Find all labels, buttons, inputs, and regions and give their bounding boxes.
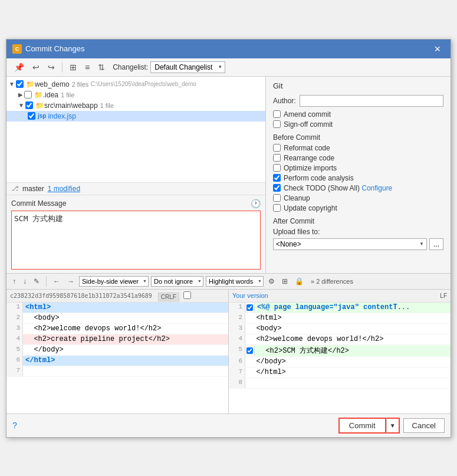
expand-icon-idea: ▶	[18, 91, 23, 98]
commit-dropdown-button[interactable]: ▼	[386, 418, 400, 434]
diff-left-header: c238232d3fd9598587618e1b311072a3541a9689…	[6, 290, 228, 303]
root-checkbox[interactable]	[16, 80, 24, 88]
left-content-5: </body>	[23, 345, 228, 355]
commit-button[interactable]: Commit	[338, 418, 386, 434]
commit-message-section: Commit Message 🕐 SCM 方式构建	[6, 195, 265, 273]
right-content-6: </body>	[245, 357, 451, 367]
tree-webapp[interactable]: ▼ 📁 src\main\webapp 1 file	[6, 100, 265, 111]
before-commit-header: Before Commit	[273, 133, 443, 142]
ignore-select[interactable]: Do not ignore	[151, 276, 203, 287]
commit-btn-group: Commit ▼	[338, 418, 400, 434]
diff-grid-button[interactable]: ⊞	[280, 276, 290, 287]
close-button[interactable]: ✕	[430, 43, 445, 55]
configure-link[interactable]: Configure	[361, 184, 392, 192]
commit-message-input[interactable]: SCM 方式构建	[11, 211, 261, 270]
undo-button[interactable]: ↩	[29, 61, 42, 74]
right-check-1[interactable]	[246, 304, 253, 311]
optimize-label: Optimize imports	[284, 164, 337, 172]
upload-dropdown-row: <None> ...	[273, 238, 443, 250]
signoff-checkbox[interactable]	[273, 120, 281, 128]
diff-left-line-3: 3 <h2>welcome devops world!</h2>	[6, 324, 228, 334]
diff-edit-button[interactable]: ✎	[31, 276, 42, 287]
optimize-row: Optimize imports	[273, 164, 443, 172]
cleanup-checkbox[interactable]	[273, 194, 281, 202]
diff-next-button[interactable]: →	[65, 276, 77, 287]
signoff-row: Sign-off commit	[273, 120, 443, 129]
ignore-select-wrapper: Do not ignore	[151, 276, 203, 287]
expand-icon: ▼	[9, 81, 15, 87]
perform-checkbox[interactable]	[273, 174, 281, 182]
rearrange-checkbox[interactable]	[273, 154, 281, 162]
idea-checkbox[interactable]	[24, 91, 32, 99]
modified-badge[interactable]: 1 modified	[48, 185, 80, 193]
upload-select[interactable]: <None>	[273, 238, 427, 250]
diff-right-line-1: 1 <%@ page language="java" contentT...	[229, 303, 451, 313]
tree-root[interactable]: ▼ 📁 web_demo 2 files C:\Users\15205\Idea…	[6, 79, 265, 90]
expand-button[interactable]: ⇅	[95, 61, 108, 74]
diff-lock-button[interactable]: 🔒	[292, 276, 306, 287]
pin-button[interactable]: 📌	[11, 61, 27, 74]
index-name: index.jsp	[48, 112, 75, 120]
right-check-5[interactable]	[246, 347, 253, 354]
author-input[interactable]	[300, 95, 443, 107]
diff-settings-button[interactable]: ⚙	[266, 276, 277, 287]
root-name: web_demo	[35, 80, 70, 88]
left-linenum-6: 6	[6, 356, 23, 366]
tree-idea[interactable]: ▶ 📁 .idea 1 file	[6, 90, 265, 100]
viewer-select[interactable]: Side-by-side viewer	[79, 276, 149, 287]
update-copyright-row: Update copyright	[273, 204, 443, 212]
left-hash: c238232d3fd9598587618e1b311072a3541a9689	[10, 293, 152, 299]
changelist-select-wrapper: Default Changelist	[150, 61, 225, 73]
commit-dialog: C Commit Changes ✕ 📌 ↩ ↪ ⊞ ≡ ⇅ Changelis…	[6, 39, 451, 438]
perform-row: Perform code analysis	[273, 174, 443, 182]
history-icon[interactable]: 🕐	[251, 199, 261, 208]
redo-button[interactable]: ↪	[45, 61, 58, 74]
expand-icon-webapp: ▼	[18, 102, 24, 109]
webapp-folder-icon: 📁	[35, 101, 44, 110]
webapp-checkbox[interactable]	[25, 101, 33, 109]
diff-down-button[interactable]: ↓	[21, 276, 29, 287]
diff-content: c238232d3fd9598587618e1b311072a3541a9689…	[6, 290, 451, 413]
help-button[interactable]: ?	[12, 421, 17, 430]
check-todo-label: Check TODO (Show All) Configure	[284, 184, 392, 192]
changelist-select[interactable]: Default Changelist	[150, 61, 225, 73]
your-version-label: Your version	[232, 292, 268, 299]
diff-up-button[interactable]: ↑	[10, 276, 18, 287]
left-linenum-4: 4	[6, 334, 23, 344]
group-button[interactable]: ⊞	[67, 61, 80, 74]
cleanup-label: Cleanup	[284, 194, 310, 202]
optimize-checkbox[interactable]	[273, 164, 281, 172]
left-content-7	[23, 366, 228, 376]
left-encoding-group: CRLF	[156, 291, 191, 300]
right-content-7: </html>	[245, 367, 451, 377]
left-checkbox[interactable]	[183, 291, 191, 299]
highlight-select[interactable]: Highlight words	[206, 276, 264, 287]
more-button[interactable]: ...	[429, 238, 443, 250]
reformat-row: Reformat code	[273, 144, 443, 152]
file-tree[interactable]: ▼ 📁 web_demo 2 files C:\Users\15205\Idea…	[6, 77, 265, 183]
lf-badge: LF	[440, 293, 447, 299]
right-linenum-3: 3	[229, 324, 245, 334]
left-linenum-7: 7	[6, 366, 23, 376]
diff-right-line-7: 7 </html>	[229, 367, 451, 378]
right-content-4: <h2>welcome devops world!</h2>	[245, 334, 451, 344]
webapp-name: src\main\webapp	[44, 101, 98, 110]
right-content-5: <h2>SCM 方式构建</h2>	[255, 345, 451, 356]
commit-msg-label: Commit Message	[11, 199, 66, 208]
check-todo-checkbox[interactable]	[273, 184, 281, 192]
amend-label: Amend commit	[284, 110, 331, 119]
tree-index-jsp[interactable]: jsp index.jsp	[6, 111, 265, 122]
diff-right-line-3: 3 <body>	[229, 324, 451, 334]
index-checkbox[interactable]	[28, 112, 35, 120]
diff-left-line-5: 5 </body>	[6, 345, 228, 356]
amend-checkbox[interactable]	[273, 110, 281, 118]
left-content-4: <h2>create pipeline project</h2>	[23, 334, 228, 344]
reformat-checkbox[interactable]	[273, 144, 281, 152]
cancel-button[interactable]: Cancel	[403, 418, 445, 433]
update-copyright-checkbox[interactable]	[273, 204, 281, 212]
sort-button[interactable]: ≡	[82, 61, 93, 74]
changelist-label: Changelist:	[113, 63, 148, 71]
diff-prev-button[interactable]: ←	[51, 276, 63, 287]
reformat-label: Reformat code	[284, 144, 330, 152]
svg-text:C: C	[15, 46, 19, 52]
